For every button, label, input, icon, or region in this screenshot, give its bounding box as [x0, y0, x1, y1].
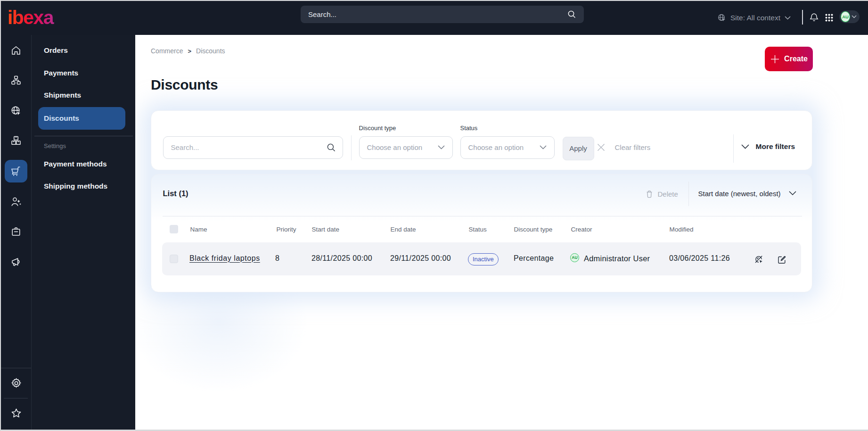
globe-cursor-icon	[10, 105, 22, 117]
filter-search-placeholder: Search...	[171, 143, 327, 151]
window-frame-top	[0, 0, 868, 1]
chevron-down-icon	[785, 16, 791, 20]
breadcrumb-discounts[interactable]: Discounts	[196, 47, 225, 55]
sitemap-icon	[10, 75, 22, 86]
window-frame-left	[0, 0, 1, 431]
megaphone-icon	[10, 256, 22, 267]
discount-type-select[interactable]: Choose an option	[359, 136, 453, 159]
menu-item-orders[interactable]: Orders	[38, 39, 125, 62]
table-header-divider	[163, 216, 802, 216]
apply-button-label: Apply	[569, 144, 587, 152]
column-header-modified: Modified	[670, 226, 694, 233]
side-menu: Orders Payments Shipments Discounts Sett…	[31, 35, 135, 431]
menu-item-shipments[interactable]: Shipments	[38, 84, 125, 107]
column-header-name: Name	[190, 226, 207, 233]
rail-item-customers[interactable]	[5, 190, 27, 213]
sort-dropdown[interactable]: Start date (newest, oldest)	[698, 188, 796, 199]
page-title: Discounts	[151, 77, 218, 93]
row-checkbox[interactable]	[170, 255, 178, 263]
menu-item-label: Payments	[44, 69, 78, 77]
rail-item-admin[interactable]	[5, 372, 27, 394]
icon-rail	[1, 35, 31, 431]
preview-disabled-button[interactable]	[754, 255, 764, 265]
avatar: AU	[841, 11, 850, 22]
apply-button[interactable]: Apply	[563, 137, 594, 160]
breadcrumb-separator: >	[188, 48, 191, 55]
chevron-down-icon	[438, 145, 445, 149]
column-header-creator: Creator	[571, 226, 592, 233]
list-title: List (1)	[163, 189, 188, 198]
rail-divider	[1, 368, 31, 368]
row-priority: 8	[275, 254, 279, 263]
trash-icon	[646, 190, 653, 198]
cart-icon	[10, 165, 22, 177]
list-toolbar-divider	[688, 182, 689, 206]
edit-button[interactable]	[777, 255, 787, 265]
rail-item-bookmarks[interactable]	[5, 402, 27, 424]
rail-item-corporate[interactable]	[5, 220, 27, 243]
global-search-placeholder: Search...	[308, 10, 567, 18]
row-start-date: 28/11/2025 00:00	[311, 254, 372, 263]
filter-search-input[interactable]: Search...	[163, 136, 343, 159]
main-content: Commerce > Discounts Create Discounts Se…	[135, 35, 868, 431]
user-menu[interactable]: AU	[839, 10, 860, 23]
menu-item-label: Payment methods	[44, 160, 107, 168]
breadcrumb: Commerce > Discounts	[151, 47, 225, 55]
rail-item-commerce[interactable]	[5, 160, 27, 182]
menu-divider	[34, 136, 133, 136]
badge-icon	[10, 226, 22, 237]
status-select[interactable]: Choose an option	[460, 136, 555, 159]
more-filters-button[interactable]: More filters	[741, 140, 795, 154]
row-discount-type: Percentage	[514, 254, 554, 263]
site-context-icon	[718, 14, 726, 22]
home-icon	[10, 45, 22, 56]
chevron-down-icon	[540, 145, 547, 149]
menu-item-label: Shipping methods	[44, 182, 107, 191]
site-context-switcher[interactable]: Site: All context	[718, 9, 791, 26]
filter-card: Search... Discount type Choose an option…	[151, 110, 812, 170]
delete-button[interactable]: Delete	[646, 189, 678, 199]
edit-icon	[778, 255, 786, 264]
clear-filters-button[interactable]: Clear filters	[597, 141, 651, 154]
menu-item-discounts[interactable]: Discounts	[38, 107, 125, 130]
column-header-start-date: Start date	[312, 226, 340, 233]
rail-item-marketing[interactable]	[5, 250, 27, 273]
chevron-down-icon	[852, 15, 857, 18]
rail-item-products[interactable]	[5, 129, 27, 152]
status-label: Status	[460, 124, 478, 132]
app-launcher-button[interactable]	[821, 8, 837, 26]
rail-divider	[4, 398, 28, 398]
discount-type-value: Choose an option	[367, 143, 423, 151]
rail-item-dashboard[interactable]	[5, 39, 27, 62]
more-filters-label: More filters	[756, 142, 795, 151]
grid-icon	[825, 14, 833, 22]
select-all-checkbox[interactable]	[170, 225, 178, 233]
menu-item-label: Discounts	[44, 114, 79, 123]
filter-divider	[351, 135, 352, 160]
create-button[interactable]: Create	[765, 47, 813, 71]
site-context-label: Site: All context	[730, 14, 780, 22]
table-row: Black friday laptops 8 28/11/2025 00:00 …	[162, 242, 801, 275]
breadcrumb-commerce[interactable]: Commerce	[151, 47, 183, 55]
create-button-label: Create	[784, 55, 808, 63]
global-search-input[interactable]: Search...	[301, 6, 584, 23]
notifications-button[interactable]	[806, 8, 822, 26]
search-icon	[327, 143, 336, 152]
status-badge: Inactive	[468, 253, 499, 265]
menu-item-shipping-methods[interactable]: Shipping methods	[38, 175, 125, 198]
rail-item-content[interactable]	[5, 69, 27, 91]
ibexa-logo[interactable]: ibexa	[8, 7, 57, 29]
menu-item-payment-methods[interactable]: Payment methods	[38, 153, 125, 175]
menu-section-label: Settings	[44, 142, 66, 149]
list-card: List (1) Delete Start date (newest, olde…	[151, 174, 812, 292]
star-icon	[10, 407, 22, 419]
discount-type-label: Discount type	[359, 124, 396, 132]
menu-item-payments[interactable]: Payments	[38, 62, 125, 84]
creator-avatar: AU	[570, 253, 579, 262]
row-creator: Administrator User	[584, 254, 650, 263]
status-value: Choose an option	[468, 143, 524, 151]
preview-disabled-icon	[754, 255, 764, 265]
row-name-link[interactable]: Black friday laptops	[189, 254, 260, 263]
rail-item-site[interactable]	[5, 99, 27, 122]
column-header-end-date: End date	[391, 226, 416, 233]
